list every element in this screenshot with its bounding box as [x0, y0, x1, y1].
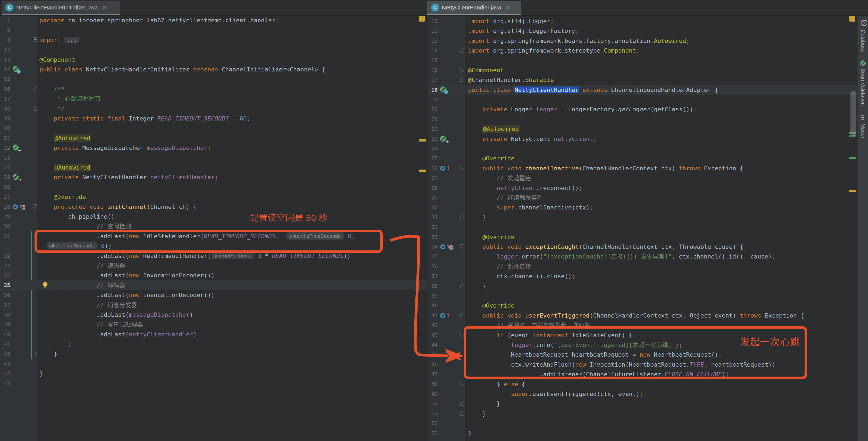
line-number[interactable]: 11	[428, 16, 438, 26]
line-number[interactable]: 39	[428, 291, 438, 301]
code-line[interactable]: 26↑ public void channelInactive(ChannelH…	[428, 163, 858, 173]
line-number[interactable]: 53	[428, 428, 438, 438]
code-line[interactable]: 39	[428, 291, 858, 301]
line-number[interactable]: 28	[0, 202, 10, 212]
code-line[interactable]: 42 }	[0, 349, 427, 359]
line-number[interactable]: 33	[0, 261, 10, 271]
fold-marker-icon[interactable]	[460, 401, 465, 407]
fold-marker-icon[interactable]	[32, 106, 37, 112]
code-line[interactable]: 15	[0, 74, 427, 84]
line-number[interactable]: 14	[0, 64, 10, 74]
line-number[interactable]: 22	[0, 143, 10, 153]
line-number[interactable]: 36	[428, 262, 438, 271]
line-number[interactable]: 12	[428, 26, 438, 36]
code-line[interactable]: 14import org.springframework.stereotype.…	[428, 45, 858, 56]
code-line[interactable]: 2	[0, 25, 427, 35]
code-line[interactable]: 37 // 消息分发器	[0, 300, 427, 310]
code-line[interactable]: 34↑@ public void exceptionCaught(Channel…	[428, 242, 858, 252]
line-number[interactable]: 40	[0, 329, 10, 339]
line-number[interactable]: 33	[428, 232, 438, 242]
code-line[interactable]: 29 ch.pipeline()	[0, 212, 427, 222]
inspections-status-square[interactable]	[419, 15, 425, 22]
fold-marker-icon[interactable]	[460, 332, 465, 339]
code-line[interactable]: 12import org.slf4j.LoggerFactory;	[428, 26, 858, 36]
code-line[interactable]: 25➜ private NettyClientHandler nettyClie…	[0, 172, 427, 182]
fold-marker-icon[interactable]	[460, 166, 465, 172]
code-line[interactable]: 25 @Override	[428, 154, 858, 163]
line-number[interactable]: 19	[428, 95, 438, 105]
fold-marker-icon[interactable]	[32, 86, 37, 93]
line-number[interactable]: 39	[0, 319, 10, 329]
code-line[interactable]: 36 .addLast(new InvocationDecoder())	[0, 290, 427, 300]
code-line[interactable]: 52	[428, 418, 858, 428]
line-number[interactable]: 13	[428, 36, 438, 46]
line-number[interactable]: 20	[0, 123, 10, 133]
code-line[interactable]: 12	[0, 45, 427, 55]
code-line[interactable]: 22➜ private MessageDispatcher messageDis…	[0, 143, 427, 153]
line-number[interactable]: 26	[0, 182, 10, 192]
warning-mark[interactable]	[849, 190, 856, 192]
tool-button-maven[interactable]: m Maven	[858, 114, 868, 140]
code-line[interactable]: 33 // 编码器	[0, 261, 427, 271]
line-number[interactable]: 25	[428, 154, 438, 163]
line-number[interactable]: 45	[0, 378, 10, 388]
tab-netty-client-handler-initializer[interactable]: C NettyClientHandlerInitializer.java ✕	[2, 1, 120, 14]
fold-marker-icon[interactable]	[32, 37, 37, 43]
line-number[interactable]: 43	[0, 359, 10, 369]
code-line[interactable]: 32	[428, 222, 858, 232]
added-mark[interactable]	[849, 157, 856, 159]
autowired-dependency-icon[interactable]: ➜	[13, 174, 20, 180]
line-number[interactable]: 34	[428, 242, 438, 252]
line-number[interactable]: 35	[0, 280, 10, 290]
autowired-dependency-icon[interactable]: ➜	[440, 135, 447, 142]
line-number[interactable]: 16	[428, 65, 438, 75]
close-icon[interactable]: ✕	[505, 4, 510, 11]
code-line[interactable]: 46 ctx.writeAndFlush(new Invocation(Hear…	[428, 360, 858, 370]
line-number[interactable]: 14	[428, 45, 438, 56]
line-number[interactable]: 40	[428, 301, 438, 310]
code-line[interactable]: 15	[428, 55, 858, 65]
line-number[interactable]: 15	[428, 55, 438, 65]
line-number[interactable]: 28	[428, 183, 438, 193]
line-number[interactable]: 29	[0, 212, 10, 222]
line-number[interactable]: 51	[428, 409, 438, 419]
line-number[interactable]: 23	[0, 153, 10, 163]
line-number[interactable]: 1	[0, 15, 10, 25]
warning-mark[interactable]	[419, 170, 426, 172]
line-number[interactable]: 24	[428, 144, 438, 154]
code-line[interactable]: 13@Component	[0, 55, 427, 65]
code-line[interactable]: 27 // 发起重连	[428, 173, 858, 183]
code-line[interactable]: 21 @Autowired	[0, 133, 427, 143]
code-line[interactable]: 30 super.channelInactive(ctx);	[428, 202, 858, 212]
line-number[interactable]: 38	[0, 310, 10, 320]
code-line[interactable]: 34 .addLast(new InvocationEncoder())	[0, 270, 427, 280]
warning-mark[interactable]	[419, 139, 426, 141]
line-number[interactable]: 44	[0, 369, 10, 378]
code-line[interactable]: 20 private Logger logger = LoggerFactory…	[428, 104, 858, 114]
fold-marker-icon[interactable]	[460, 244, 465, 250]
scrollbar-thumb[interactable]	[850, 91, 857, 136]
annotated-icon[interactable]: @	[22, 203, 29, 210]
code-line[interactable]: 17 * 心跳超时时间	[0, 94, 427, 104]
code-line[interactable]: 11import org.slf4j.Logger;	[428, 16, 858, 26]
line-number[interactable]: 22	[428, 124, 438, 134]
line-number[interactable]: 31	[428, 212, 438, 223]
inspections-status-square[interactable]	[849, 15, 855, 22]
line-number[interactable]: 23	[428, 134, 438, 144]
spring-bean-class-icon[interactable]: c	[440, 86, 447, 93]
code-line[interactable]: 30 // 空闲检测	[0, 221, 427, 231]
line-number[interactable]: 3	[0, 35, 10, 45]
fold-marker-icon[interactable]	[460, 313, 465, 319]
line-number[interactable]: 42	[428, 320, 438, 330]
code-line[interactable]: 29 // 继续触发事件	[428, 193, 858, 203]
line-number[interactable]: 54	[428, 438, 438, 441]
line-number[interactable]: 49	[428, 389, 438, 399]
fold-marker-icon[interactable]	[460, 77, 465, 83]
overriding-method-icon[interactable]: ↑	[440, 312, 447, 319]
line-number[interactable]: 36	[0, 290, 10, 300]
code-line[interactable]: 24	[428, 144, 858, 154]
code-line[interactable]: 16@Component	[428, 65, 858, 75]
code-line[interactable]: 37 ctx.channel().close();	[428, 271, 858, 281]
code-line[interactable]: 24 @Autowired	[0, 163, 427, 172]
overriding-method-icon[interactable]: ↑	[440, 165, 447, 172]
